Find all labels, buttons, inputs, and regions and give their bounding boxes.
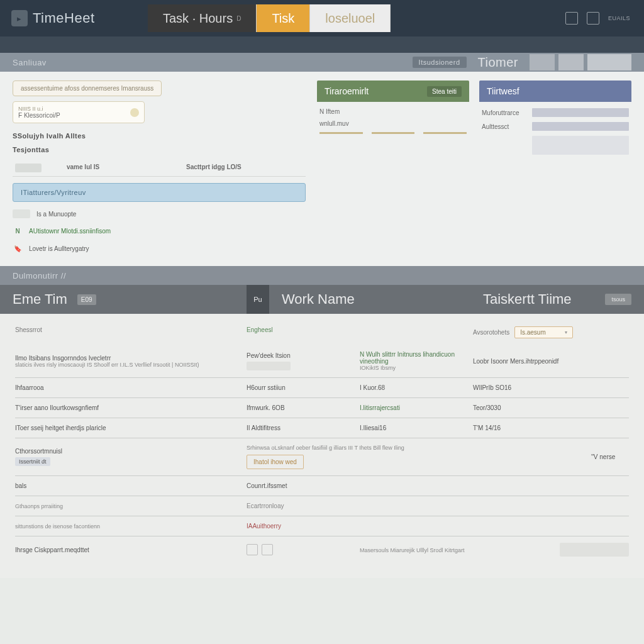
th-tag: E09 [77,294,96,305]
logo-icon: ▸ [11,10,28,26]
th-workname: Work Name [269,291,470,308]
status-chip: Issertniit dt [15,457,50,466]
upper-left: assessentuime afoss donnemseres Imansrau… [13,80,306,253]
sort-select[interactable]: Is.aesum ▾ [514,326,573,338]
bookmark-icon: 🔖 [13,243,23,253]
project-chip[interactable]: NIIIS II u.i F Klessoricoi/P [13,101,145,123]
section1-bar: Sanliuav Itsudsionerd Tiomer [0,53,644,72]
sub-heading-1: SSolujyh Ivalh Alltes [13,132,306,140]
section1-pill[interactable]: Itsudsionerd [413,57,467,68]
section2-label: Dulmonutirr // [13,271,66,280]
col-desc: Sacttprt idgg LO/S [186,164,242,172]
section1-label: Sanliuav [13,58,47,67]
action-button[interactable]: Ihatol ihow wed [247,455,304,469]
tab-task-hours[interactable]: Task · Hours D [148,4,257,32]
table-row[interactable]: IToer sseij heitget iherdjs plaricleII A… [15,418,629,438]
n-icon: N [13,226,23,236]
list-item[interactable]: 🔖 Lovetr is Aullterygatry [13,243,306,253]
item-badge [13,209,30,218]
th-emetim: Eme Tim E09 [0,291,247,308]
topbar-understrip [0,36,644,53]
checkbox-group[interactable] [247,544,360,555]
table-header: Eme Tim E09 Pu Work Name Taiskertt Tiime… [0,285,644,314]
topbar-label: EUAILS [608,15,630,21]
table-row[interactable]: CthorssortmnuislIssertniit dtSrhinwsa oL… [15,438,629,475]
timer-block-3 [587,54,631,70]
mini-bar [247,362,291,370]
top-bar: ▸ TimeHeet Task · Hours D Tisk loseluoel… [0,0,644,36]
card-tracker-header: Tiirtwesf [479,80,631,102]
mini-bars [319,132,467,134]
tab-task[interactable]: Tisk [257,4,310,32]
timer-block-2 [558,54,584,70]
top-right-icons: EUAILS [565,12,644,25]
th-time: Taiskertt Tiime tsous [470,291,644,308]
column-headers: vame Iul IS Sacttprt idgg LO/S [13,160,306,177]
list-item[interactable]: N AUtistownr Mlotdi.ssniinfisom [13,226,306,236]
section2-bar: Dulmonutirr // [0,266,644,285]
table-row[interactable]: balsCounrt.ifssmet [15,475,629,496]
chevron-down-icon: ▾ [565,330,567,335]
app-name: TimeHeet [33,10,95,26]
card-timesheet: Tiraroemirlt Stea teiti N Iftem wnlull.m… [317,80,469,253]
layout-icon[interactable] [587,12,599,25]
selected-row[interactable]: ITiatturers/Vyritreuv [13,183,306,202]
sub-heading-2: Tesjonttas [13,146,306,153]
th-tag: tsous [605,294,631,305]
checkbox-header[interactable] [15,164,42,172]
filter-chip[interactable]: assessentuime afoss donnemseres Imansrau… [13,80,162,96]
timer-block-1 [530,54,555,70]
sub-header: Shessrrot Engheesl Avsorotohets Is.aesum… [15,320,629,345]
pin-icon[interactable] [130,108,139,117]
table-row[interactable]: Ilmo Itsibans Insgornndos Ivecletrrslati… [15,345,629,377]
progress-bar [532,108,629,117]
col-name: vame Iul IS [67,164,161,172]
value-bar [560,543,629,557]
progress-bar [532,122,629,131]
upper-panel: assessentuime afoss donnemseres Imansrau… [0,72,644,266]
card-timesheet-header: Tiraroemirlt Stea teiti [317,80,469,102]
card-action-button[interactable]: Stea teiti [427,86,462,97]
tab-strip: Task · Hours D Tisk loseluoel [148,0,391,36]
table-row[interactable]: IhfaarrooaH6ourr sstiiunI Kuor.68WIlPrIb… [15,377,629,397]
upper-right: Tiraroemirlt Stea teiti N Iftem wnlull.m… [317,80,631,253]
table-row[interactable]: Ihrsge Ciskpparrt.meqdttetMasersouls Mia… [15,536,629,563]
large-bar [532,136,629,155]
timer-heading: Tiomer [478,55,518,70]
card-tracker: Tiirtwesf Muforuttrarce Aulttessct [479,80,631,253]
notifications-icon[interactable] [565,12,578,25]
table-row[interactable]: Gthaonps prraiitingEcartrronloay [15,496,629,516]
th-pre-icon: Pu [247,285,269,314]
table-row[interactable]: sittunstions de isenose facontiennIAAuit… [15,516,629,536]
tab-closed[interactable]: loseluoel [310,4,391,32]
table-row[interactable]: T'irser aano IlourtkowsgnfiemfIfmwurk. 6… [15,397,629,418]
list-item[interactable]: Is a Munuopte [13,209,306,218]
table-body: Shessrrot Engheesl Avsorotohets Is.aesum… [0,314,644,578]
app-logo[interactable]: ▸ TimeHeet [0,10,148,26]
